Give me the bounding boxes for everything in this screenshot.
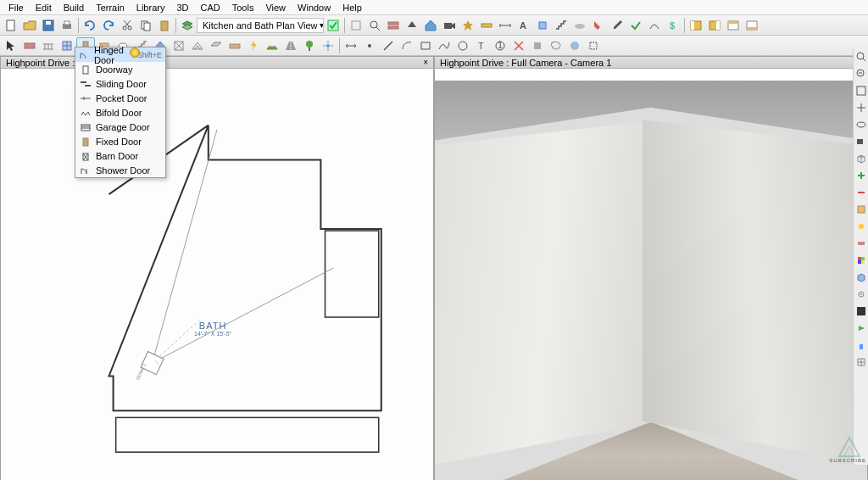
road-button[interactable] [281, 37, 300, 54]
menu-help[interactable]: Help [337, 1, 368, 14]
menu-garage-door[interactable]: Garage Door [75, 120, 165, 134]
dropper-button[interactable] [608, 17, 626, 34]
camera-button[interactable] [440, 17, 459, 34]
plant-button[interactable] [300, 37, 319, 54]
rail-camera-icon[interactable] [854, 134, 868, 149]
undo-button[interactable] [81, 17, 99, 34]
recent-button[interactable] [347, 17, 365, 34]
ruler-button[interactable] [477, 17, 496, 34]
render-icon[interactable] [854, 304, 868, 319]
menu-bifold-door[interactable]: Bifold Door [75, 105, 165, 120]
menu-build[interactable]: Build [58, 1, 90, 14]
layer-button[interactable] [178, 17, 197, 34]
dim-button[interactable] [496, 17, 515, 34]
panel-1-button[interactable] [687, 17, 705, 34]
line-button[interactable] [379, 37, 398, 54]
rail-plus-icon[interactable] [854, 168, 868, 183]
cad-text-button[interactable]: T [472, 37, 491, 54]
menu-edit[interactable]: Edit [30, 1, 58, 14]
text-button[interactable]: A [515, 17, 533, 34]
grid-icon[interactable] [854, 354, 868, 370]
detail-button[interactable] [584, 37, 603, 54]
menu-window[interactable]: Window [292, 1, 337, 14]
color-icon[interactable] [854, 253, 868, 268]
new-file-button[interactable] [2, 17, 20, 34]
paint-button[interactable] [589, 17, 608, 34]
wall-tool-button[interactable] [20, 37, 39, 54]
redo-button[interactable] [99, 17, 118, 34]
framing-button[interactable] [170, 37, 188, 54]
section-button[interactable] [565, 37, 584, 54]
save-button[interactable] [39, 17, 58, 34]
slab-button[interactable] [207, 37, 225, 54]
zoom-out-icon[interactable] [854, 66, 868, 81]
up-button[interactable] [403, 17, 421, 34]
menu-shower-door[interactable]: Shower Door [75, 163, 165, 177]
menu-terrain[interactable]: Terrain [90, 1, 131, 14]
panel-2-button[interactable] [705, 17, 724, 34]
rail-minus-icon[interactable] [854, 185, 868, 200]
sun-icon[interactable] [854, 219, 868, 234]
arc-button[interactable] [398, 37, 416, 54]
electrical-button[interactable] [244, 37, 263, 54]
menu-3d[interactable]: 3D [170, 1, 194, 14]
orbit-icon[interactable] [854, 117, 868, 132]
cad-block-button[interactable] [528, 37, 547, 54]
library-icon[interactable] [854, 202, 868, 217]
cross-button[interactable] [509, 37, 528, 54]
terrain-tool-button[interactable] [263, 37, 281, 54]
panel-3-button[interactable] [724, 17, 743, 34]
load-button[interactable] [533, 17, 552, 34]
open-file-button[interactable] [20, 17, 39, 34]
copy-button[interactable] [136, 17, 155, 34]
box3d-icon[interactable] [854, 270, 868, 285]
railing-button[interactable] [39, 37, 58, 54]
menu-library[interactable]: Library [131, 1, 171, 14]
plan-canvas[interactable]: BATH 14'-7" X 15'-5" closet 1 [1, 81, 433, 480]
menu-doorway[interactable]: Doorway [75, 62, 165, 76]
check-button[interactable] [626, 17, 645, 34]
menu-barn-door[interactable]: Barn Door [75, 148, 165, 163]
wall-def-icon[interactable] [854, 236, 868, 251]
menu-pocket-door[interactable]: Pocket Door [75, 91, 165, 105]
print-button[interactable] [58, 17, 76, 34]
cloud-button[interactable] [570, 17, 589, 34]
window-tool-button[interactable] [58, 37, 76, 54]
floor-button[interactable] [225, 37, 244, 54]
view-selector[interactable]: Kitchen and Bath Plan View ▾ [197, 18, 324, 33]
spray-icon[interactable] [854, 338, 868, 353]
dollar-button[interactable]: $ [664, 17, 682, 34]
circle-button[interactable] [453, 37, 472, 54]
video-icon[interactable] [854, 321, 868, 336]
menu-view[interactable]: View [259, 1, 292, 14]
panel-4-button[interactable] [743, 17, 761, 34]
wall-button[interactable] [384, 17, 403, 34]
checkbox-button[interactable] [324, 17, 342, 34]
close-icon[interactable]: × [423, 58, 428, 67]
select-button[interactable] [2, 37, 20, 54]
cut-button[interactable] [118, 17, 136, 34]
menu-tools[interactable]: Tools [226, 1, 260, 14]
sprinkler-button[interactable] [319, 37, 337, 54]
menu-hinged-door[interactable]: Hinged DoorShift+E [75, 47, 165, 62]
zoom-button[interactable] [365, 17, 384, 34]
zoom-in-icon[interactable] [854, 49, 868, 64]
point-button[interactable] [360, 37, 379, 54]
pan-icon[interactable] [854, 100, 868, 115]
sketch-button[interactable] [645, 17, 664, 34]
cube-icon[interactable] [854, 151, 868, 166]
snap-button[interactable] [459, 17, 477, 34]
box-button[interactable] [416, 37, 435, 54]
menu-sliding-door[interactable]: Sliding Door [75, 76, 165, 91]
camera-canvas[interactable] [435, 81, 867, 480]
spline-button[interactable] [435, 37, 453, 54]
marker-button[interactable]: 1 [491, 37, 509, 54]
menu-cad[interactable]: CAD [194, 1, 225, 14]
menu-file[interactable]: File [3, 1, 30, 14]
home-button[interactable] [421, 17, 440, 34]
truss-button[interactable] [188, 37, 207, 54]
fit-icon[interactable] [854, 83, 868, 98]
settings-icon[interactable] [854, 287, 868, 302]
dimension-button[interactable] [342, 37, 360, 54]
revision-button[interactable] [547, 37, 565, 54]
